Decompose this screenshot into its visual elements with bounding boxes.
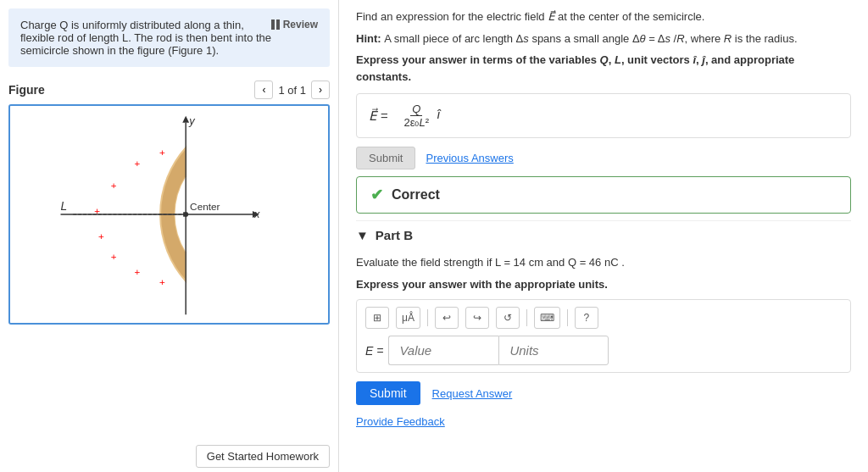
svg-text:+: + <box>111 251 117 263</box>
get-started-homework-button[interactable]: Get Started Homework <box>196 445 330 468</box>
svg-text:+: + <box>111 180 117 192</box>
grid-icon-btn[interactable]: ⊞ <box>365 307 389 329</box>
redo-icon: ↪ <box>473 312 481 324</box>
refresh-icon: ↺ <box>504 312 512 324</box>
divider2 <box>526 309 527 326</box>
review-label: Review <box>283 19 318 31</box>
refresh-btn[interactable]: ↺ <box>496 307 520 329</box>
figure-prev-btn[interactable]: ‹ <box>254 81 273 99</box>
problem-text: Find an expression for the electric fiel… <box>356 8 851 85</box>
svg-text:+: + <box>98 230 104 242</box>
input-toolbar: ⊞ μÅ ↩ ↪ ↺ ⌨ <box>356 299 851 373</box>
problem-line1: Find an expression for the electric fiel… <box>356 8 851 25</box>
help-btn[interactable]: ? <box>575 307 598 329</box>
figure-nav-label: 1 of 1 <box>278 84 306 97</box>
units-input[interactable] <box>498 336 609 365</box>
part-b-arrow: ▼ <box>356 228 369 242</box>
svg-text:+: + <box>159 276 165 288</box>
svg-text:+: + <box>159 147 165 158</box>
keyboard-btn[interactable]: ⌨ <box>534 307 560 329</box>
grid-icon: ⊞ <box>373 312 381 324</box>
submit-gray-button[interactable]: Submit <box>356 147 415 169</box>
provide-feedback-link[interactable]: Provide Feedback <box>356 415 851 428</box>
right-panel: Find an expression for the electric fiel… <box>339 0 868 472</box>
answer-expression-box: E⃗ = Q 2ε₀L² î <box>356 93 851 138</box>
left-panel: Review Charge Q is uniformly distributed… <box>0 0 339 472</box>
undo-btn[interactable]: ↩ <box>435 307 459 329</box>
submit-blue-button[interactable]: Submit <box>356 381 420 405</box>
redo-btn[interactable]: ↪ <box>465 307 489 329</box>
express-instruction: Express your answer in terms of the vari… <box>356 52 851 85</box>
figure-header: Figure ‹ 1 of 1 › <box>8 81 330 99</box>
prev-answers-link[interactable]: Previous Answers <box>426 152 513 164</box>
divider3 <box>567 309 568 326</box>
part-b-header: ▼ Part B <box>356 220 851 249</box>
value-input[interactable] <box>388 336 498 365</box>
check-icon: ✔ <box>370 186 383 204</box>
part-b-label: Part B <box>376 228 413 242</box>
part-b-content: Evaluate the field strength if L = 14 cm… <box>356 249 851 433</box>
part-b-express: Express your answer with the appropriate… <box>356 276 851 293</box>
figure-nav: ‹ 1 of 1 › <box>254 81 330 99</box>
undo-icon: ↩ <box>442 312 451 324</box>
help-icon: ? <box>584 312 590 324</box>
figure-title: Figure <box>8 83 45 97</box>
svg-text:+: + <box>134 158 140 169</box>
micro-icon-btn[interactable]: μÅ <box>396 307 420 329</box>
semicircle-diagram: + + + + + + + + x y <box>10 106 328 323</box>
eq-row: E = <box>365 336 842 365</box>
review-box: Review Charge Q is uniformly distributed… <box>8 8 330 67</box>
figure-canvas: + + + + + + + + x y <box>8 104 330 325</box>
review-badge: Review <box>271 19 318 31</box>
eq-label: E = <box>365 344 383 358</box>
svg-text:+: + <box>94 205 100 217</box>
figure-next-btn[interactable]: › <box>311 81 330 99</box>
svg-text:L: L <box>61 200 68 213</box>
toolbar-icons: ⊞ μÅ ↩ ↪ ↺ ⌨ <box>365 307 842 329</box>
svg-text:+: + <box>134 266 140 278</box>
correct-box: ✔ Correct <box>356 176 851 214</box>
request-answer-link[interactable]: Request Answer <box>432 387 513 400</box>
review-text: Charge Q is uniformly distributed along … <box>20 19 271 57</box>
submit-row: Submit Previous Answers <box>356 147 851 169</box>
micro-icon: μÅ <box>402 312 415 324</box>
figure-section: Figure ‹ 1 of 1 › <box>0 75 338 438</box>
divider1 <box>427 309 428 326</box>
part-b-line1: Evaluate the field strength if L = 14 cm… <box>356 254 851 271</box>
action-row: Submit Request Answer <box>356 381 851 405</box>
review-icon <box>271 19 280 30</box>
correct-label: Correct <box>392 187 440 203</box>
svg-text:Center: Center <box>190 201 220 213</box>
keyboard-icon: ⌨ <box>540 312 554 324</box>
hint-line: Hint: A small piece of arc length Δs spa… <box>356 31 851 47</box>
get-started-container: Get Started Homework <box>0 438 338 472</box>
